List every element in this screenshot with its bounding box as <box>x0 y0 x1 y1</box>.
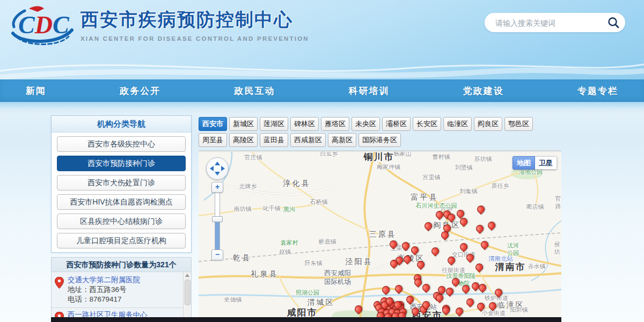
map-type-map-button[interactable]: 地图 <box>513 156 535 170</box>
category-button[interactable]: 区县疾控中心结核病门诊 <box>57 214 186 229</box>
district-tab[interactable]: 灞桥区 <box>382 117 411 131</box>
district-tab[interactable]: 未央区 <box>352 117 380 131</box>
clinic-info: 交通大学第二附属医院地址：西五路36号电话：87679417 <box>68 275 181 304</box>
map-type-toggle: 地图 卫星 <box>513 156 557 170</box>
category-button[interactable]: 西安市预防接种门诊 <box>57 156 186 171</box>
map-column: 西安市新城区莲湖区碑林区雁塔区未央区灞桥区长安区临潼区阎良区鄠邑区周至县高陵区蓝… <box>199 117 561 151</box>
category-button[interactable]: 西安市HIV抗体自愿咨询检测点 <box>57 194 186 210</box>
clinic-scrollbar[interactable] <box>183 272 191 322</box>
zoom-out-button[interactable]: − <box>211 250 223 260</box>
map-pan-control <box>206 157 229 180</box>
category-button[interactable]: 西安市犬伤处置门诊 <box>57 175 186 191</box>
search-input[interactable] <box>494 13 598 33</box>
zoom-in-button[interactable]: + <box>211 182 223 193</box>
category-button[interactable]: 西安市各级疾控中心 <box>57 136 186 152</box>
category-panel: 机构分类导航 西安市各级疾控中心西安市预防接种门诊西安市犬伤处置门诊西安市HIV… <box>51 115 192 253</box>
bottom-bar-decoration <box>51 317 561 322</box>
sidebar: 机构分类导航 西安市各级疾控中心西安市预防接种门诊西安市犬伤处置门诊西安市HIV… <box>51 115 192 322</box>
site-search <box>485 13 625 32</box>
clinic-phone: 电话：87679417 <box>68 295 181 304</box>
district-tab[interactable]: 阎良区 <box>474 117 502 131</box>
nav-item[interactable]: 政务公开 <box>120 85 160 97</box>
clinic-list: 交通大学第二附属医院地址：西五路36号电话：87679417西一路社区卫生服务中… <box>52 272 184 322</box>
scrollbar-thumb[interactable] <box>185 280 191 305</box>
site-header: CDC 西安市疾病预防控制中心 XIAN CENTER FOR DISEASE … <box>0 0 644 79</box>
district-tab[interactable]: 雁塔区 <box>321 117 349 131</box>
district-tab[interactable]: 国际港务区 <box>358 133 401 147</box>
nav-item[interactable]: 政民互动 <box>234 85 275 97</box>
map-type-satellite-button[interactable]: 卫星 <box>535 156 557 170</box>
site-title: 西安市疾病预防控制中心 <box>80 8 309 32</box>
district-tab[interactable]: 周至县 <box>199 133 227 147</box>
district-tab[interactable]: 蓝田县 <box>260 133 288 147</box>
nav-item[interactable]: 科研培训 <box>349 85 390 97</box>
map-roads-decoration <box>199 152 561 322</box>
scroll-up-icon[interactable] <box>185 274 189 277</box>
map-canvas[interactable]: + − 地图 卫星 官庄镇白瓜乡杨家山梅家坪镇曹村镇苏坊镇到贤镇宫里镇北牌乡石桥… <box>199 151 561 322</box>
header-wave-decoration <box>0 44 644 79</box>
nav-item[interactable]: 新闻 <box>26 85 46 97</box>
site-subtitle: XIAN CENTER FOR DISEASE CONTROL AND PREV… <box>80 35 309 42</box>
district-tab[interactable]: 碑林区 <box>290 117 319 131</box>
site-titles: 西安市疾病预防控制中心 XIAN CENTER FOR DISEASE CONT… <box>80 8 309 42</box>
zoom-slider-handle[interactable] <box>212 216 223 222</box>
location-pin-icon <box>55 275 68 304</box>
nav-item[interactable]: 专题专栏 <box>577 85 618 97</box>
main-nav: 新闻政务公开政民互动科研培训党政建设专题专栏 <box>0 79 644 102</box>
district-tab[interactable]: 高陵区 <box>229 133 258 147</box>
clinic-count-text: 西安市预防接种门诊数量为321个 <box>52 258 191 272</box>
cdc-logo: CDC <box>5 3 78 49</box>
search-icon[interactable] <box>607 16 620 29</box>
svg-text:CDC: CDC <box>18 11 70 39</box>
district-tab[interactable]: 长安区 <box>413 117 441 131</box>
district-tab[interactable]: 西咸新区 <box>290 133 326 147</box>
district-tab[interactable]: 莲湖区 <box>260 117 288 131</box>
clinic-panel: 西安市预防接种门诊数量为321个 交通大学第二附属医院地址：西五路36号电话：8… <box>51 257 192 322</box>
district-tab[interactable]: 新城区 <box>229 117 258 131</box>
district-tab[interactable]: 鄠邑区 <box>504 117 533 131</box>
district-tab[interactable]: 高新区 <box>328 133 356 147</box>
pan-up-icon[interactable] <box>215 162 220 165</box>
clinic-name-link[interactable]: 交通大学第二附属医院 <box>68 275 181 285</box>
pan-down-icon[interactable] <box>215 172 220 175</box>
category-button[interactable]: 儿童口腔项目定点医疗机构 <box>57 233 186 248</box>
district-tab[interactable]: 临潼区 <box>443 117 472 131</box>
district-tabs: 西安市新城区莲湖区碑林区雁塔区未央区灞桥区长安区临潼区阎良区鄠邑区周至县高陵区蓝… <box>199 117 561 151</box>
pan-left-icon[interactable] <box>210 166 214 171</box>
nav-underglow-decoration <box>0 102 644 114</box>
category-panel-title: 机构分类导航 <box>52 116 191 133</box>
district-tab[interactable]: 西安市 <box>199 117 227 131</box>
pan-right-icon[interactable] <box>221 166 225 171</box>
clinic-item: 交通大学第二附属医院地址：西五路36号电话：87679417 <box>52 273 184 308</box>
page: CDC 西安市疾病预防控制中心 XIAN CENTER FOR DISEASE … <box>0 0 644 322</box>
clinic-address: 地址：西五路36号 <box>68 285 181 295</box>
category-list: 西安市各级疾控中心西安市预防接种门诊西安市犬伤处置门诊西安市HIV抗体自愿咨询检… <box>52 136 191 248</box>
nav-item[interactable]: 党政建设 <box>463 85 504 97</box>
